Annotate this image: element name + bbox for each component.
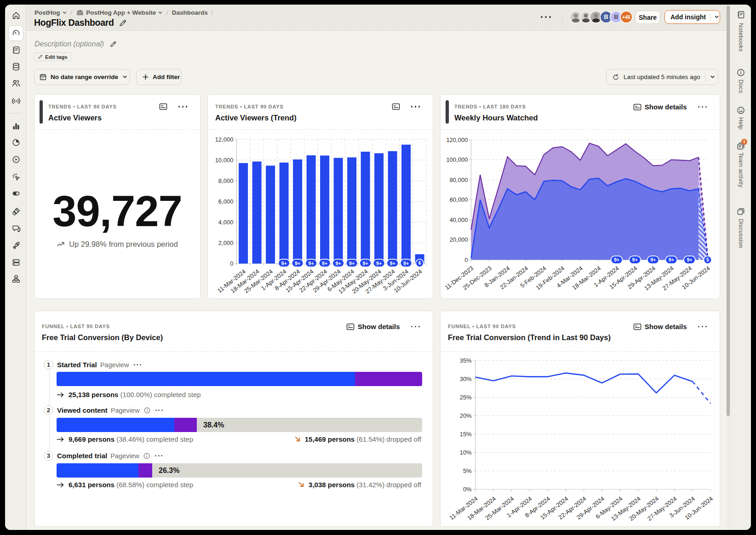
svg-text:9+: 9+ [669, 257, 674, 262]
svg-text:9+: 9+ [295, 261, 300, 266]
svg-text:35%: 35% [460, 357, 472, 364]
svg-text:40,000: 40,000 [450, 216, 468, 223]
svg-text:6: 6 [418, 260, 421, 266]
svg-text:9+: 9+ [390, 261, 395, 266]
svg-text:80,000: 80,000 [450, 176, 468, 183]
svg-text:25%: 25% [460, 394, 472, 401]
svg-text:10%: 10% [460, 449, 472, 456]
svg-text:9+: 9+ [281, 261, 287, 266]
svg-text:60,000: 60,000 [450, 196, 468, 203]
svg-text:12,000: 12,000 [215, 136, 234, 143]
svg-text:9+: 9+ [363, 261, 368, 266]
svg-text:4,000: 4,000 [218, 219, 234, 226]
svg-text:100,000: 100,000 [446, 156, 468, 163]
svg-text:10,000: 10,000 [215, 157, 234, 164]
svg-text:5%: 5% [463, 467, 472, 474]
svg-text:9+: 9+ [336, 261, 341, 266]
svg-text:0: 0 [464, 256, 468, 263]
svg-text:0%: 0% [463, 486, 472, 493]
svg-text:20,000: 20,000 [450, 236, 468, 243]
svg-text:120,000: 120,000 [446, 137, 468, 143]
svg-text:9+: 9+ [632, 257, 638, 262]
svg-text:0: 0 [230, 260, 233, 267]
svg-text:9+: 9+ [376, 261, 382, 266]
svg-text:2,000: 2,000 [218, 239, 234, 246]
svg-text:30%: 30% [460, 376, 472, 382]
svg-text:5: 5 [706, 257, 709, 262]
svg-text:9+: 9+ [309, 261, 314, 266]
svg-text:15%: 15% [460, 431, 472, 438]
svg-text:20%: 20% [460, 412, 472, 419]
svg-text:9+: 9+ [650, 257, 656, 262]
svg-text:9+: 9+ [403, 261, 409, 266]
svg-text:9+: 9+ [322, 261, 327, 266]
svg-text:9+: 9+ [687, 257, 692, 262]
svg-text:9+: 9+ [349, 261, 355, 266]
svg-text:6,000: 6,000 [218, 198, 234, 205]
svg-text:9+: 9+ [614, 257, 619, 262]
svg-text:8,000: 8,000 [218, 177, 234, 184]
